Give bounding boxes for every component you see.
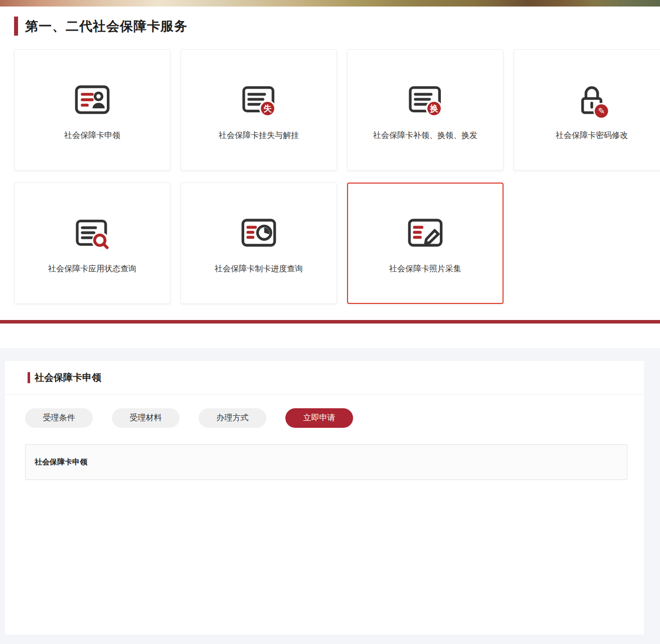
service-card-label: 社会保障卡挂失与解挂: [219, 130, 299, 141]
detail-header-divider: [5, 394, 644, 395]
detail-section: 社会保障卡申领 受理条件 受理材料 办理方式 立即申请 社会保障卡申领: [0, 348, 660, 644]
tab-processing-method[interactable]: 办理方式: [199, 408, 266, 428]
service-card-photo-collection[interactable]: 社会保障卡照片采集: [347, 183, 504, 304]
document-loss-badge-icon: 失: [239, 79, 279, 119]
services-section: 第一、二代社会保障卡服务 社会保障卡申领 失: [0, 7, 660, 304]
top-banner-image: [0, 0, 660, 7]
document-search-icon: [72, 213, 112, 253]
detail-tabs: 受理条件 受理材料 办理方式 立即申请: [25, 408, 644, 428]
service-card-label: 社会保障卡制卡进度查询: [215, 264, 303, 274]
services-grid: 社会保障卡申领 失 社会保障卡挂失与解挂: [14, 49, 660, 304]
svg-text:换: 换: [429, 104, 438, 113]
detail-title: 社会保障卡申领: [35, 371, 101, 384]
card-progress-clock-icon: [239, 213, 279, 253]
document-exchange-badge-icon: 换: [405, 79, 445, 119]
services-section-title: 第一、二代社会保障卡服务: [25, 18, 188, 35]
service-card-label: 社会保障卡密码修改: [556, 130, 628, 141]
title-accent-bar: [14, 17, 18, 36]
service-card-progress-query[interactable]: 社会保障卡制卡进度查询: [181, 183, 337, 304]
title-accent-bar: [28, 372, 30, 383]
tab-apply-now[interactable]: 立即申请: [285, 408, 353, 428]
service-card-label: 社会保障卡申领: [64, 130, 120, 141]
id-card-person-icon: [72, 79, 112, 119]
service-card-status-query[interactable]: 社会保障卡应用状态查询: [14, 183, 171, 304]
apply-content-item[interactable]: 社会保障卡申领: [25, 444, 627, 480]
section-divider: [0, 320, 660, 324]
svg-text:✎: ✎: [598, 106, 605, 116]
service-card-label: 社会保障卡应用状态查询: [48, 264, 136, 274]
service-card-label: 社会保障卡照片采集: [389, 264, 461, 274]
detail-header: 社会保障卡申领: [28, 372, 644, 384]
service-card-apply[interactable]: 社会保障卡申领: [14, 49, 171, 171]
lock-edit-badge-icon: ✎: [572, 79, 612, 119]
card-photo-edit-icon: [405, 213, 445, 253]
service-card-replacement[interactable]: 换 社会保障卡补领、换领、换发: [347, 49, 504, 171]
service-card-label: 社会保障卡补领、换领、换发: [373, 130, 477, 141]
tab-acceptance-materials[interactable]: 受理材料: [112, 408, 180, 428]
tab-acceptance-conditions[interactable]: 受理条件: [25, 408, 93, 428]
apply-content-header: 社会保障卡申领: [35, 457, 87, 467]
detail-card: 社会保障卡申领 受理条件 受理材料 办理方式 立即申请 社会保障卡申领: [5, 361, 644, 634]
svg-text:失: 失: [263, 104, 272, 113]
services-section-header: 第一、二代社会保障卡服务: [14, 17, 660, 36]
service-card-password-change[interactable]: ✎ 社会保障卡密码修改: [514, 49, 660, 171]
service-card-loss-report[interactable]: 失 社会保障卡挂失与解挂: [181, 49, 337, 171]
